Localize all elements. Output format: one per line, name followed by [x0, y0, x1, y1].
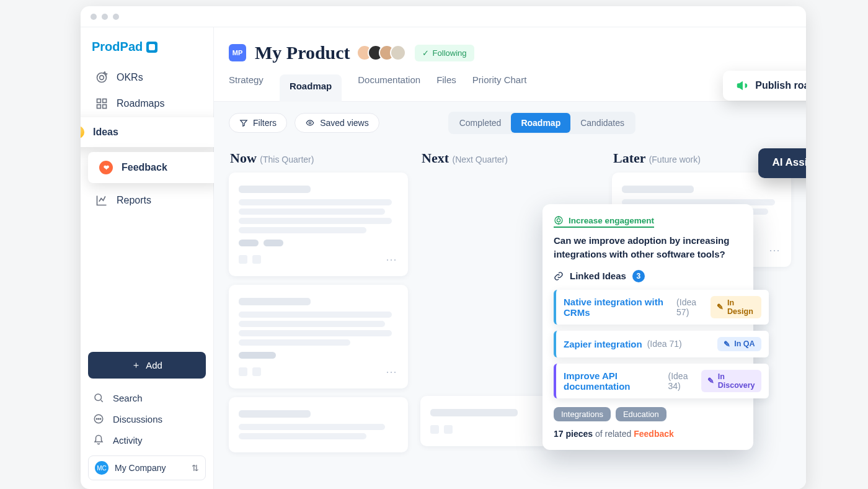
nav-feedback[interactable]: ❤ Feedback [88, 152, 221, 183]
plus-icon: ＋ [131, 359, 141, 371]
follow-status[interactable]: ✓ Following [415, 45, 474, 61]
initiative-question: Can we improve adoption by increasing in… [554, 234, 742, 261]
linked-ideas-header: Linked Ideas 3 [554, 270, 742, 282]
avatar [390, 45, 406, 61]
roadmap-card[interactable]: ⋯ [229, 173, 408, 276]
roadmap-toolbar: Filters Saved views Completed Roadmap Ca… [214, 102, 806, 144]
status-pill: ✎In QA [717, 337, 761, 351]
target-icon [95, 71, 108, 84]
linked-idea-item[interactable]: Native integration with CRMs(Idea 57)✎In… [554, 290, 769, 325]
eye-icon [305, 119, 315, 127]
chart-icon [95, 194, 108, 207]
roadmap-card[interactable] [229, 397, 408, 452]
linked-idea-item[interactable]: Improve API documentation(Idea 34)✎In Di… [554, 364, 769, 398]
roadmap-card[interactable]: ⋯ [229, 285, 408, 388]
status-pill: ✎In Discovery [701, 370, 761, 392]
more-icon[interactable]: ⋯ [386, 365, 398, 379]
svg-rect-3 [103, 99, 107, 103]
workspace-switcher[interactable]: MC My Company ⇅ [88, 455, 206, 480]
svg-point-1 [100, 76, 104, 80]
nav-reports[interactable]: Reports [88, 188, 206, 213]
view-segment: Completed Roadmap Candidates [448, 112, 636, 134]
util-activity[interactable]: Activity [88, 429, 206, 451]
svg-point-9 [98, 418, 99, 419]
svg-rect-4 [97, 105, 101, 109]
check-icon: ✓ [422, 48, 429, 58]
chevron-updown-icon: ⇅ [192, 463, 199, 473]
svg-rect-5 [103, 105, 107, 109]
add-button[interactable]: ＋ Add [88, 352, 206, 379]
filter-icon [239, 119, 248, 127]
seg-candidates[interactable]: Candidates [570, 113, 634, 133]
search-icon [93, 392, 104, 403]
nav-roadmaps[interactable]: Roadmaps [88, 91, 206, 116]
related-feedback[interactable]: 17 pieces of related Feedback [554, 429, 742, 439]
status-pill: ✎In Design [711, 296, 761, 318]
column-now: Now (This Quarter) ⋯ [229, 146, 408, 489]
workspace-avatar: MC [95, 461, 108, 475]
product-badge: MP [229, 44, 246, 61]
more-icon[interactable]: ⋯ [386, 253, 398, 266]
chat-icon [93, 413, 104, 424]
brand-mark-icon [146, 42, 157, 53]
feedback-icon: ❤ [99, 161, 113, 174]
nav-okrs[interactable]: OKRs [88, 65, 206, 90]
tab-roadmap[interactable]: Roadmap [280, 74, 342, 102]
svg-point-0 [97, 73, 107, 83]
target-icon [554, 215, 564, 225]
tab-priority-chart[interactable]: Priority Chart [472, 74, 527, 101]
link-icon [554, 271, 564, 281]
idea-name: Native integration with CRMs [564, 297, 671, 318]
primary-nav: OKRs Roadmaps Ideas ❤ Feedback [88, 65, 206, 213]
svg-point-8 [96, 418, 97, 419]
filters-button[interactable]: Filters [229, 113, 287, 133]
idea-name: Zapier integration [564, 339, 642, 349]
grid-icon [95, 97, 108, 110]
linked-idea-item[interactable]: Zapier integration(Idea 71)✎In QA [554, 331, 769, 357]
svg-point-6 [95, 394, 102, 401]
svg-point-11 [309, 122, 311, 124]
team-avatars[interactable] [361, 45, 406, 61]
column-header: Now (This Quarter) [229, 146, 408, 173]
tab-files[interactable]: Files [436, 74, 456, 101]
seg-completed[interactable]: Completed [450, 113, 512, 133]
product-title: My Product [255, 42, 350, 63]
linked-count-badge: 3 [632, 270, 645, 282]
mac-titlebar [81, 6, 806, 27]
tag-chip[interactable]: Education [616, 407, 666, 421]
publish-roadmap-button[interactable]: Publish roadmap [723, 71, 806, 101]
idea-name: Improve API documentation [564, 370, 663, 392]
traffic-light-max[interactable] [113, 14, 119, 20]
lightbulb-icon [81, 126, 84, 138]
okr-link[interactable]: Increase engagement [554, 215, 654, 228]
sidebar: ProdPad OKRs Roadmaps [81, 27, 214, 489]
brand-logo[interactable]: ProdPad [92, 40, 202, 54]
status-icon: ✎ [717, 302, 724, 312]
status-icon: ✎ [724, 339, 730, 349]
ai-assistant-button[interactable]: AI Assistant ✦ [758, 148, 806, 178]
util-search[interactable]: Search [88, 387, 206, 408]
app-window: ProdPad OKRs Roadmaps [81, 6, 806, 489]
idea-ref: (Idea 71) [647, 339, 682, 349]
traffic-light-close[interactable] [91, 14, 97, 20]
saved-views-button[interactable]: Saved views [294, 113, 379, 133]
column-header: Next (Next Quarter) [420, 146, 600, 173]
traffic-light-min[interactable] [102, 14, 108, 20]
tag-chip[interactable]: Integrations [554, 407, 611, 421]
bell-icon [93, 434, 104, 446]
brand-name: ProdPad [92, 40, 143, 54]
tab-strategy[interactable]: Strategy [229, 74, 264, 101]
main-content: MP My Product ✓ Following Strategy Roadm… [214, 27, 806, 489]
initiative-card-expanded[interactable]: Increase engagement Can we improve adopt… [542, 204, 753, 450]
nav-ideas[interactable]: Ideas [81, 117, 221, 147]
tab-documentation[interactable]: Documentation [358, 74, 420, 101]
util-discussions[interactable]: Discussions [88, 408, 206, 429]
svg-point-13 [557, 218, 560, 222]
seg-roadmap[interactable]: Roadmap [511, 113, 570, 133]
idea-ref: (Idea 57) [676, 297, 706, 317]
more-icon[interactable]: ⋯ [769, 243, 781, 257]
megaphone-icon [735, 79, 749, 92]
idea-ref: (Idea 34) [668, 371, 696, 391]
feedback-link[interactable]: Feedback [634, 429, 674, 439]
svg-rect-2 [97, 99, 101, 103]
